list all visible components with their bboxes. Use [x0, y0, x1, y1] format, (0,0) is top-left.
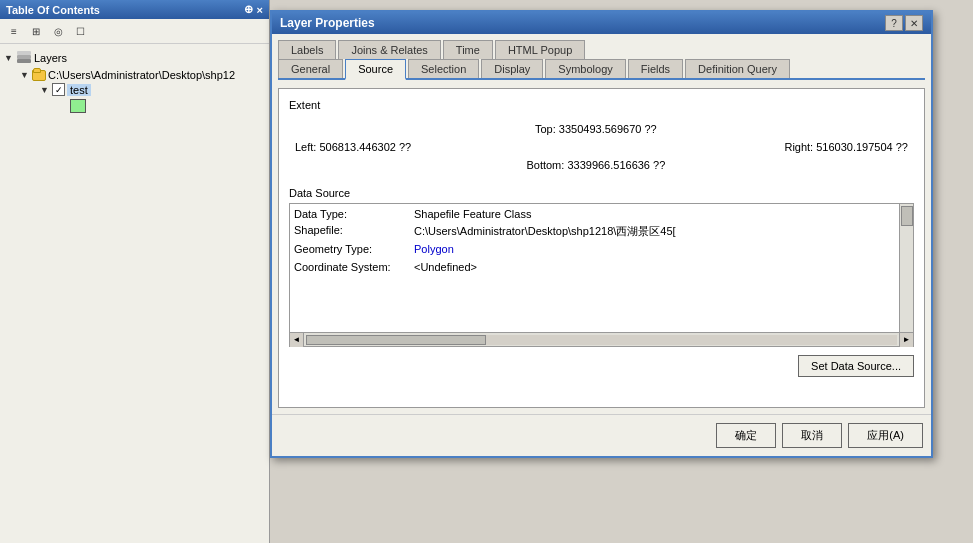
toc-path-row: ▼ C:\Users\Administrator\Desktop\shp12: [20, 68, 265, 82]
toc-layer-name[interactable]: test: [67, 84, 91, 96]
extent-table: Top: 3350493.569670 ?? Left: 506813.4463…: [289, 119, 914, 175]
ds-scrollbar-thumb: [901, 206, 913, 226]
dialog-title: Layer Properties: [280, 16, 375, 30]
ds-label-2: Geometry Type:: [294, 243, 414, 255]
tabs-row1: Labels Joins & Relates Time HTML Popup: [278, 40, 925, 59]
svg-rect-1: [17, 55, 31, 59]
hscrollbar-left-btn[interactable]: ◄: [290, 333, 304, 347]
toc-close-icon[interactable]: ×: [257, 4, 263, 16]
svg-rect-2: [17, 51, 31, 55]
data-source-title: Data Source: [289, 187, 914, 199]
toc-folder-icon: [32, 70, 46, 81]
tab-source[interactable]: Source: [345, 59, 406, 80]
tab-definition-query[interactable]: Definition Query: [685, 59, 790, 78]
ds-value-2: Polygon: [414, 243, 454, 255]
extent-left-cell: Left: 506813.446302 ??: [291, 139, 481, 155]
extent-right-value: Right: 516030.197504 ??: [784, 141, 908, 153]
toc-layer-row: ▼ ✓ test: [40, 82, 265, 97]
cancel-button[interactable]: 取消: [782, 423, 842, 448]
toc-titlebar-controls: ⊕ ×: [244, 3, 263, 16]
ds-label-0: Data Type:: [294, 208, 414, 220]
layers-group-icon: [16, 50, 32, 66]
dialog-title-buttons: ? ✕: [885, 15, 923, 31]
hscrollbar-container: ◄ ►: [289, 333, 914, 347]
layers-icon: [16, 50, 32, 66]
extent-top-value: 3350493.569670 ??: [559, 123, 657, 135]
set-datasource-button[interactable]: Set Data Source...: [798, 355, 914, 377]
hscrollbar-track: [306, 335, 897, 345]
dialog-titlebar: Layer Properties ? ✕: [272, 12, 931, 34]
svg-rect-0: [17, 59, 31, 63]
ds-label-1: Shapefile:: [294, 224, 414, 239]
tab-fields[interactable]: Fields: [628, 59, 683, 78]
toc-selection-view-btn[interactable]: ☐: [70, 21, 90, 41]
ds-value-1: C:\Users\Administrator\Desktop\shp1218\西…: [414, 224, 676, 239]
ds-row-1: Shapefile: C:\Users\Administrator\Deskto…: [294, 224, 895, 239]
tab-time[interactable]: Time: [443, 40, 493, 59]
data-source-section: Data Source Data Type: Shapefile Feature…: [289, 187, 914, 347]
toc-layer-expand-icon[interactable]: ▼: [40, 85, 50, 95]
main-area: Layer Properties ? ✕ Labels Joins & Rela…: [270, 0, 973, 543]
extent-bottom-label: Bottom:: [526, 159, 564, 171]
tab-symbology[interactable]: Symbology: [545, 59, 625, 78]
extent-right-cell: Right: 516030.197504 ??: [710, 139, 912, 155]
data-source-box-wrapper: Data Type: Shapefile Feature Class Shape…: [289, 203, 914, 333]
source-tab-content: Extent Top: 3350493.569670 ?? Left: 5068…: [278, 88, 925, 408]
toc-visibility-view-btn[interactable]: ◎: [48, 21, 68, 41]
tab-selection[interactable]: Selection: [408, 59, 479, 78]
toc-layers-group[interactable]: ▼ Layers: [4, 48, 265, 68]
extent-section-title: Extent: [289, 99, 914, 111]
confirm-button[interactable]: 确定: [716, 423, 776, 448]
extent-top-cell: Top: 3350493.569670 ??: [483, 121, 708, 137]
toc-title: Table Of Contents: [6, 4, 100, 16]
ds-row-spacer: Coordinate System: <Undefined>: [294, 261, 895, 273]
tab-joins-relates[interactable]: Joins & Relates: [338, 40, 440, 59]
ds-row-2: Geometry Type: Polygon: [294, 243, 895, 255]
toc-panel: Table Of Contents ⊕ × ≡ ⊞ ◎ ☐ ▼ Layers: [0, 0, 270, 543]
toc-path-expand-icon[interactable]: ▼: [20, 70, 30, 80]
apply-button[interactable]: 应用(A): [848, 423, 923, 448]
tab-labels[interactable]: Labels: [278, 40, 336, 59]
ds-value-3: <Undefined>: [414, 261, 477, 273]
toc-source-view-btn[interactable]: ⊞: [26, 21, 46, 41]
set-datasource-row: Set Data Source...: [289, 355, 914, 377]
ds-value-0: Shapefile Feature Class: [414, 208, 531, 220]
toc-layer-symbol: [70, 99, 86, 113]
extent-left-value: Left: 506813.446302 ??: [295, 141, 411, 153]
toc-path-label: C:\Users\Administrator\Desktop\shp12: [48, 69, 235, 81]
tab-general[interactable]: General: [278, 59, 343, 78]
toc-layer-item: ▼ ✓ test: [20, 82, 265, 113]
dialog-close-btn[interactable]: ✕: [905, 15, 923, 31]
toc-toolbar: ≡ ⊞ ◎ ☐: [0, 19, 269, 44]
tab-display[interactable]: Display: [481, 59, 543, 78]
toc-path-group: ▼ C:\Users\Administrator\Desktop\shp12 ▼…: [4, 68, 265, 113]
tab-html-popup[interactable]: HTML Popup: [495, 40, 585, 59]
extent-bottom-cell: Bottom: 3339966.516636 ??: [483, 157, 708, 173]
toc-list-view-btn[interactable]: ≡: [4, 21, 24, 41]
ds-scrollbar[interactable]: [899, 204, 913, 332]
dialog-footer: 确定 取消 应用(A): [272, 414, 931, 456]
hscrollbar-right-btn[interactable]: ►: [899, 333, 913, 347]
toc-pin-icon[interactable]: ⊕: [244, 3, 253, 16]
ds-label-3: Coordinate System:: [294, 261, 414, 273]
data-source-box[interactable]: Data Type: Shapefile Feature Class Shape…: [289, 203, 914, 333]
dialog-body: Labels Joins & Relates Time HTML Popup G…: [272, 34, 931, 414]
toc-expand-icon[interactable]: ▼: [4, 53, 14, 63]
toc-titlebar: Table Of Contents ⊕ ×: [0, 0, 269, 19]
hscrollbar-thumb[interactable]: [306, 335, 486, 345]
toc-layer-checkbox[interactable]: ✓: [52, 83, 65, 96]
toc-content: ▼ Layers ▼ C:\Users\Administrator\Deskto…: [0, 44, 269, 543]
ds-row-0: Data Type: Shapefile Feature Class: [294, 208, 895, 220]
dialog-help-btn[interactable]: ?: [885, 15, 903, 31]
toc-layers-label: Layers: [34, 52, 67, 64]
layer-properties-dialog: Layer Properties ? ✕ Labels Joins & Rela…: [270, 10, 933, 458]
extent-bottom-value: 3339966.516636 ??: [567, 159, 665, 171]
tabs-row2: General Source Selection Display Symbolo…: [278, 59, 925, 80]
extent-top-label: Top:: [535, 123, 556, 135]
